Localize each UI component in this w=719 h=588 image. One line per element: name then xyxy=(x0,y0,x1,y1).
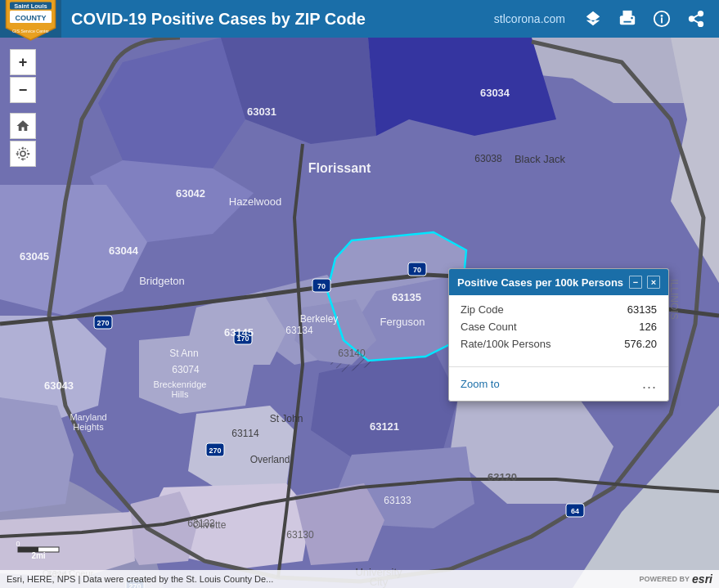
svg-point-98 xyxy=(17,148,29,159)
svg-text:COUNTY: COUNTY xyxy=(16,14,47,22)
svg-rect-6 xyxy=(623,21,631,23)
zip-label: Zip Code xyxy=(461,303,504,316)
svg-text:63045: 63045 xyxy=(20,250,49,263)
rate-value: 576.20 xyxy=(624,338,657,350)
esri-logo: POWERED BY esri xyxy=(640,572,712,586)
svg-point-12 xyxy=(690,16,694,21)
svg-text:Black Jack: Black Jack xyxy=(515,153,566,165)
popup-header: Positive Cases per 100k Persons − × xyxy=(449,269,668,295)
svg-text:Maryland: Maryland xyxy=(70,412,106,422)
attribution-bar: Esri, HERE, NPS | Data were created by t… xyxy=(0,570,719,588)
location-button[interactable] xyxy=(10,141,36,167)
zoom-out-button[interactable]: − xyxy=(10,77,36,103)
svg-text:63140: 63140 xyxy=(338,348,366,359)
svg-text:Berkeley: Berkeley xyxy=(300,313,339,325)
svg-line-15 xyxy=(694,15,699,18)
svg-text:Saint Louis: Saint Louis xyxy=(14,2,47,10)
case-count-label: Case Count xyxy=(461,321,517,333)
svg-text:63130: 63130 xyxy=(286,529,314,541)
esri-brand: esri xyxy=(692,572,712,586)
svg-text:St Ann: St Ann xyxy=(169,348,198,359)
svg-point-7 xyxy=(631,17,633,20)
svg-text:Hazelwood: Hazelwood xyxy=(229,195,281,208)
map-controls: + − xyxy=(10,49,36,167)
share-icon[interactable] xyxy=(685,7,708,30)
svg-text:63044: 63044 xyxy=(109,245,139,257)
svg-text:63121: 63121 xyxy=(370,420,399,433)
svg-text:70: 70 xyxy=(317,282,326,290)
popup-close-button[interactable]: × xyxy=(647,276,660,289)
zip-value: 63135 xyxy=(627,303,657,316)
header-url: stlcorona.com xyxy=(494,12,582,25)
svg-text:63133: 63133 xyxy=(384,495,411,506)
info-icon[interactable] xyxy=(650,7,673,30)
svg-text:Overland: Overland xyxy=(250,454,290,465)
svg-text:63114: 63114 xyxy=(231,428,259,439)
svg-marker-23 xyxy=(368,38,556,136)
svg-text:St John: St John xyxy=(270,413,303,424)
svg-text:Ferguson: Ferguson xyxy=(380,316,425,328)
case-count-value: 126 xyxy=(639,321,657,333)
svg-text:Olivette: Olivette xyxy=(193,519,227,531)
svg-text:0: 0 xyxy=(16,541,20,548)
svg-text:63043: 63043 xyxy=(44,379,74,392)
svg-text:63031: 63031 xyxy=(247,105,276,118)
svg-text:Florissant: Florissant xyxy=(308,161,371,175)
zoom-to-link[interactable]: Zoom to xyxy=(461,378,500,390)
zoom-in-button[interactable]: + xyxy=(10,49,36,75)
popup-controls: − × xyxy=(629,276,660,289)
svg-text:Breckenridge: Breckenridge xyxy=(154,379,207,389)
rate-label: Rate/100k Persons xyxy=(461,338,551,350)
svg-text:270: 270 xyxy=(209,447,221,455)
page-title: COVID-19 Positive Cases by ZIP Code xyxy=(61,10,494,29)
layers-icon[interactable] xyxy=(582,7,604,30)
map-container[interactable]: 270 70 70 170 64 270 270 63031 63034 630… xyxy=(0,38,719,588)
svg-text:63038: 63038 xyxy=(474,153,502,164)
popup-footer: Zoom to ... xyxy=(449,372,668,401)
popup-body: Zip Code 63135 Case Count 126 Rate/100k … xyxy=(449,295,668,361)
app-header: Saint Louis COUNTY GIS Service Center CO… xyxy=(0,0,719,38)
popup-row-zip: Zip Code 63135 xyxy=(461,303,657,316)
popup: Positive Cases per 100k Persons − × Zip … xyxy=(448,268,669,402)
svg-point-11 xyxy=(699,11,703,16)
svg-text:270: 270 xyxy=(97,319,109,327)
attribution-text: Esri, HERE, NPS | Data were created by t… xyxy=(7,574,273,584)
svg-text:GIS Service Center: GIS Service Center xyxy=(12,29,49,34)
svg-text:63134: 63134 xyxy=(285,325,313,336)
powered-by-text: POWERED BY xyxy=(640,575,690,583)
svg-point-13 xyxy=(699,22,703,26)
svg-line-14 xyxy=(694,20,699,23)
popup-minimize-button[interactable]: − xyxy=(629,276,642,289)
popup-title: Positive Cases per 100k Persons xyxy=(457,276,623,289)
svg-text:63034: 63034 xyxy=(480,87,510,99)
svg-text:64: 64 xyxy=(571,507,579,515)
popup-row-cases: Case Count 126 xyxy=(461,321,657,333)
svg-text:2mi: 2mi xyxy=(31,551,45,559)
popup-row-rate: Rate/100k Persons 576.20 xyxy=(461,338,657,350)
svg-text:63042: 63042 xyxy=(176,187,205,200)
popup-divider xyxy=(449,366,668,367)
svg-point-97 xyxy=(20,151,25,156)
svg-text:Bridgeton: Bridgeton xyxy=(139,275,185,287)
home-button[interactable] xyxy=(10,113,36,139)
header-icons xyxy=(582,7,719,30)
svg-text:Heights: Heights xyxy=(73,422,104,432)
scale-bar-svg: 2mi 0 xyxy=(10,541,75,559)
logo-area: Saint Louis COUNTY GIS Service Center xyxy=(0,0,61,38)
svg-text:70: 70 xyxy=(413,266,421,274)
svg-text:ILLINOIS: ILLINOIS xyxy=(668,279,680,319)
svg-text:63135: 63135 xyxy=(392,291,421,303)
popup-more-button[interactable]: ... xyxy=(642,375,657,393)
svg-text:Hills: Hills xyxy=(172,389,189,399)
county-logo: Saint Louis COUNTY GIS Service Center xyxy=(0,0,61,43)
svg-text:63074: 63074 xyxy=(172,364,200,375)
print-icon[interactable] xyxy=(616,7,639,30)
svg-text:63145: 63145 xyxy=(224,326,254,339)
svg-text:63120: 63120 xyxy=(488,471,517,483)
svg-rect-5 xyxy=(623,11,632,16)
scale-bar: 2mi 0 xyxy=(10,541,75,559)
